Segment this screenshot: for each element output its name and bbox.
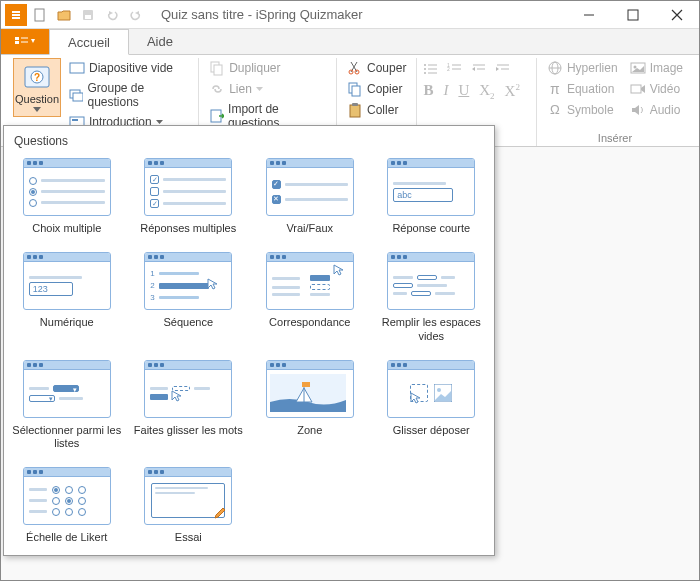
svg-rect-6 <box>15 41 19 44</box>
audio-button[interactable]: Audio <box>626 100 687 120</box>
minimize-button[interactable] <box>567 1 611 29</box>
svg-text:2: 2 <box>447 66 450 72</box>
bold-icon[interactable]: B <box>423 82 433 101</box>
question-drag-drop[interactable]: Glisser déposer <box>373 356 491 456</box>
tab-help[interactable]: Aide <box>129 29 191 54</box>
svg-point-30 <box>424 72 426 74</box>
svg-rect-14 <box>73 93 83 101</box>
hyperlink-button[interactable]: Hyperlien <box>543 58 622 78</box>
tab-home[interactable]: Accueil <box>49 29 129 55</box>
outdent-icon[interactable] <box>471 62 487 76</box>
copy-icon <box>347 81 363 97</box>
question-group-button[interactable]: Groupe de questions <box>65 79 192 111</box>
question-numeric[interactable]: 123 Numérique <box>8 248 126 348</box>
question-select-from-lists[interactable]: ▾ ▾ Sélectionner parmi les listes <box>8 356 126 456</box>
import-icon <box>209 108 224 124</box>
question-button-label: Question <box>15 93 59 105</box>
svg-rect-45 <box>631 85 641 93</box>
question-icon: ? <box>23 63 51 91</box>
image-icon <box>630 60 646 76</box>
slide-icon <box>69 60 85 76</box>
italic-icon[interactable]: I <box>443 82 448 101</box>
numbering-icon[interactable]: 12 <box>447 62 463 76</box>
window-title: Quiz sans titre - iSpring Quizmaker <box>161 7 567 22</box>
globe-icon <box>547 60 563 76</box>
chevron-down-icon <box>33 107 41 112</box>
titlebar: Quiz sans titre - iSpring Quizmaker <box>1 1 699 29</box>
dropdown-title: Questions <box>8 132 490 154</box>
quick-access-toolbar <box>1 4 151 26</box>
ribbon-group-label: Insérer <box>543 130 687 146</box>
svg-rect-25 <box>352 103 358 106</box>
app-menu-icon[interactable] <box>5 4 27 26</box>
svg-rect-16 <box>72 119 78 121</box>
svg-rect-2 <box>85 15 91 19</box>
question-likert[interactable]: Échelle de Likert <box>8 463 126 549</box>
cursor-icon <box>333 264 345 276</box>
svg-rect-23 <box>352 86 360 96</box>
indent-icon[interactable] <box>495 62 511 76</box>
svg-rect-4 <box>628 10 638 20</box>
question-matching[interactable]: Correspondance <box>251 248 369 348</box>
undo-icon[interactable] <box>101 4 123 26</box>
underline-icon[interactable]: U <box>458 82 469 101</box>
question-multiple-choice[interactable]: Choix multiple <box>8 154 126 240</box>
ribbon-tabs: Accueil Aide <box>1 29 699 55</box>
paste-button[interactable]: Coller <box>343 100 410 120</box>
link-button[interactable]: Lien <box>205 79 330 99</box>
svg-point-50 <box>437 388 441 392</box>
svg-rect-24 <box>350 105 360 117</box>
close-button[interactable] <box>655 1 699 29</box>
open-icon[interactable] <box>53 4 75 26</box>
hotspot-thumb <box>270 374 346 412</box>
image-icon <box>434 384 452 402</box>
image-button[interactable]: Image <box>626 58 687 78</box>
question-hotspot[interactable]: Zone <box>251 356 369 456</box>
svg-rect-0 <box>35 9 44 21</box>
duplicate-button[interactable]: Dupliquer <box>205 58 330 78</box>
video-icon <box>630 81 646 97</box>
question-short-answer[interactable]: abc Réponse courte <box>373 154 491 240</box>
video-button[interactable]: Vidéo <box>626 79 687 99</box>
bullets-icon[interactable] <box>423 62 439 76</box>
copy-button[interactable]: Copier <box>343 79 410 99</box>
cut-button[interactable]: Couper <box>343 58 410 78</box>
question-type-dropdown: Questions Choix multiple ✓ ✓ Réponses mu… <box>3 125 495 556</box>
svg-text:?: ? <box>34 72 40 83</box>
save-icon[interactable] <box>77 4 99 26</box>
question-true-false[interactable]: ✓ ✕ Vrai/Faux <box>251 154 369 240</box>
svg-rect-48 <box>302 382 310 387</box>
cursor-icon <box>410 392 422 404</box>
equation-button[interactable]: πEquation <box>543 79 622 99</box>
scissors-icon <box>347 60 363 76</box>
svg-rect-12 <box>70 63 84 73</box>
question-drag-words[interactable]: Faites glisser les mots <box>130 356 248 456</box>
omega-icon: Ω <box>547 102 563 117</box>
chevron-down-icon <box>156 120 163 124</box>
superscript-icon[interactable]: X2 <box>505 82 520 101</box>
svg-rect-18 <box>214 65 222 75</box>
chevron-down-icon <box>256 87 263 91</box>
svg-point-44 <box>633 66 636 69</box>
question-button[interactable]: ? Question <box>13 58 61 117</box>
pi-icon: π <box>547 81 563 97</box>
question-essay[interactable]: Essai <box>130 463 248 549</box>
file-tab[interactable] <box>1 29 49 54</box>
question-grid: Choix multiple ✓ ✓ Réponses multiples ✓ … <box>8 154 490 549</box>
maximize-button[interactable] <box>611 1 655 29</box>
duplicate-icon <box>209 60 225 76</box>
window-controls <box>567 1 699 29</box>
svg-point-28 <box>424 68 426 70</box>
link-icon <box>209 81 225 97</box>
question-multiple-response[interactable]: ✓ ✓ Réponses multiples <box>130 154 248 240</box>
redo-icon[interactable] <box>125 4 147 26</box>
svg-point-26 <box>424 64 426 66</box>
question-fill-blanks[interactable]: Remplir les espaces vides <box>373 248 491 348</box>
cursor-icon <box>171 390 183 402</box>
subscript-icon[interactable]: X2 <box>479 82 494 101</box>
new-icon[interactable] <box>29 4 51 26</box>
svg-rect-5 <box>15 37 19 40</box>
blank-slide-button[interactable]: Diapositive vide <box>65 58 192 78</box>
question-sequence[interactable]: 1 2 3 Séquence <box>130 248 248 348</box>
symbol-button[interactable]: ΩSymbole <box>543 100 622 119</box>
